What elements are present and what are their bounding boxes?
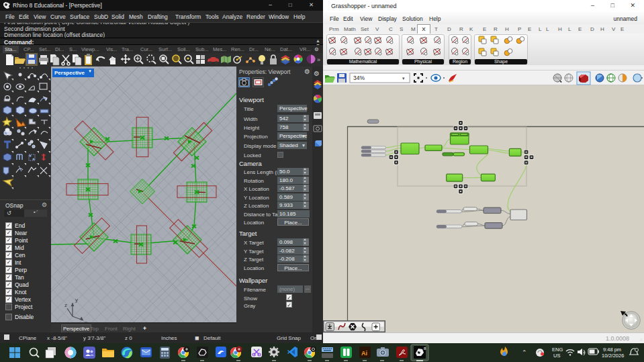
svg-text:9:48 pm: 9:48 pm — [603, 347, 621, 353]
svg-text:34%: 34% — [353, 75, 365, 81]
svg-text:z: z — [64, 302, 67, 308]
svg-text:y: y — [75, 297, 78, 303]
svg-text:»: » — [317, 56, 320, 63]
svg-text:⌃: ⌃ — [522, 349, 527, 356]
svg-text:10/2/2026: 10/2/2026 — [602, 353, 624, 359]
svg-text:ENG: ENG — [552, 347, 563, 353]
svg-text:▾: ▾ — [402, 76, 405, 81]
svg-text:Ai: Ai — [361, 350, 367, 357]
svg-text:US: US — [553, 353, 560, 359]
